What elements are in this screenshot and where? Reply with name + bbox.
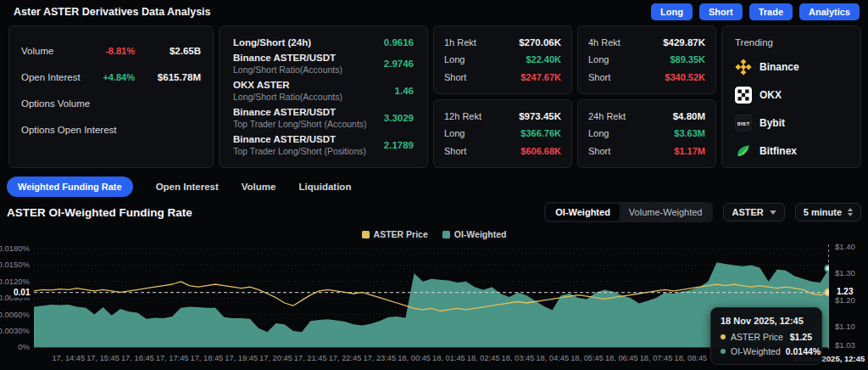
interval-select[interactable]: 5 minute <box>795 203 861 221</box>
x-axis-tick: 18, 01:45 <box>432 354 465 362</box>
stat-value: $615.78M <box>148 72 201 82</box>
ratio-label: Binance ASTER/USDT <box>233 107 367 117</box>
legend-label: OI-Weighted <box>454 229 507 239</box>
analytics-button[interactable]: Analytics <box>799 3 860 20</box>
tooltip-row-oi: OI-Weighted 0.0144% <box>721 346 812 356</box>
left-axis-tick: 0.0120% <box>0 278 30 286</box>
x-axis-tick: 17, 23:45 <box>363 354 396 362</box>
rekt-title: 1h Rekt <box>444 37 476 48</box>
trending-item-okx[interactable]: OKX <box>735 87 848 104</box>
rekt-short-label: Short <box>444 146 466 156</box>
trending-item-bitfinex[interactable]: Bitfinex <box>735 143 848 160</box>
stat-change: +4.84% <box>103 72 135 82</box>
trade-button[interactable]: Trade <box>749 3 793 20</box>
top-bar: Aster ASTER Derivatives Data Analysis Lo… <box>0 0 868 23</box>
rekt-total: $4.80M <box>673 111 705 121</box>
tab-volume[interactable]: Volume <box>242 182 276 192</box>
x-axis-tick: 18, 05:45 <box>570 354 604 362</box>
toggle-volume-weighted[interactable]: Volume-Weighted <box>620 204 712 221</box>
rekt-short-label: Short <box>588 72 610 82</box>
chart-legend: ASTER Price OI-Weighted <box>0 229 868 239</box>
tooltip-value: 0.0144% <box>786 346 821 356</box>
rekt-title: 4h Rekt <box>588 37 620 48</box>
rekt-title: 12h Rekt <box>444 111 481 121</box>
rekt-card-24h: 24h Rekt$4.80M Long$3.63M Short$1.17M <box>577 99 716 168</box>
ratio-row: Long/Short (24h) 0.9616 <box>233 37 414 48</box>
x-axis-tick: 18, 08:45 <box>674 354 707 362</box>
chart-title: ASTER OI-Weighted Funding Rate <box>7 206 192 219</box>
okx-icon <box>735 87 752 104</box>
long-short-ratio-card: Long/Short (24h) 0.9616 Binance ASTER/US… <box>219 25 428 168</box>
right-axis-tick: $1.40 <box>835 243 855 251</box>
ratio-row: Binance ASTER/USDT Top Trader Long/Short… <box>233 107 414 129</box>
trending-item-label: OKX <box>760 89 782 101</box>
trending-item-binance[interactable]: Binance <box>735 59 848 76</box>
ratio-row: Binance ASTER/USDT Top Trader Long/Short… <box>233 134 414 156</box>
tooltip-time: 18 Nov 2025, 12:45 <box>721 316 812 326</box>
right-axis-labels: $1.40$1.30$1.20$1.10$1.03 <box>833 244 868 351</box>
rekt-long-label: Long <box>588 128 609 138</box>
legend-label: ASTER Price <box>374 229 428 239</box>
trending-card: Trending Binance O <box>721 25 861 168</box>
ratio-row: Binance ASTER/USDT Long/Short Ratio(Acco… <box>233 53 414 75</box>
stat-row-volume: Volume -8.81% $2.65B <box>21 37 201 64</box>
x-axis-tick: 18, 06:45 <box>605 354 638 362</box>
chart-tooltip: 18 Nov 2025, 12:45 ASTER Price $1.25 OI-… <box>710 307 822 365</box>
rekt-total: $270.06K <box>519 37 561 48</box>
symbol-select[interactable]: ASTER <box>723 203 784 221</box>
right-axis-tick: $1.03 <box>835 341 855 350</box>
ratio-row: OKX ASTER Long/Short Ratio(Accounts) 1.4… <box>233 80 414 102</box>
tab-liquidation[interactable]: Liquidation <box>298 182 351 192</box>
ratio-sublabel: Long/Short Ratio(Accounts) <box>233 64 342 75</box>
x-axis-tick: 18, 00:45 <box>398 354 431 362</box>
x-axis-tick: 17, 22:45 <box>329 354 362 362</box>
symbol-select-value: ASTER <box>732 207 763 217</box>
current-price-chip: 1.23 <box>834 287 855 297</box>
tab-weighted-funding-rate[interactable]: Weighted Funding Rate <box>7 177 133 197</box>
rekt-short-label: Short <box>444 72 466 82</box>
long-button[interactable]: Long <box>651 3 693 20</box>
left-axis-tick: 0% <box>18 343 30 351</box>
ratio-value: 2.1789 <box>384 140 414 150</box>
ratio-value: 1.46 <box>395 86 414 96</box>
rekt-short-value: $247.67K <box>520 72 561 82</box>
x-axis-tick: 17, 17:45 <box>156 354 189 362</box>
chart-header: ASTER OI-Weighted Funding Rate OI-Weight… <box>7 201 861 223</box>
rekt-long-value: $22.40K <box>526 54 561 64</box>
bitfinex-icon <box>735 143 752 160</box>
page-title: Aster ASTER Derivatives Data Analysis <box>14 6 211 18</box>
short-button[interactable]: Short <box>699 3 743 20</box>
binance-icon <box>735 59 752 76</box>
legend-item-aster-price[interactable]: ASTER Price <box>362 229 428 239</box>
up-down-spinner-icon <box>848 208 853 216</box>
toggle-oi-weighted[interactable]: OI-Weighted <box>546 204 620 221</box>
stat-row-options-volume: Options Volume <box>21 90 201 116</box>
stat-row-options-open-interest: Options Open Interest <box>21 116 201 143</box>
rekt-card-4h: 4h Rekt$429.87K Long$89.35K Short$340.52… <box>577 25 716 94</box>
rekt-long-label: Long <box>588 54 609 64</box>
stat-label: Options Volume <box>21 98 201 109</box>
rekt-short-value: $606.68K <box>520 146 561 156</box>
right-axis-tick: $1.10 <box>835 322 855 331</box>
rekt-card-12h: 12h Rekt$973.45K Long$366.76K Short$606.… <box>433 99 572 168</box>
trending-title: Trending <box>735 37 848 48</box>
x-axis-tick: 17, 14:45 <box>52 354 85 362</box>
trending-item-bybit[interactable]: BYB!T Bybit <box>735 115 848 132</box>
ratio-label: Binance ASTER/USDT <box>233 53 342 63</box>
header-actions: Long Short Trade Analytics <box>651 3 860 20</box>
ratio-sublabel: Top Trader Long/Short (Accounts) <box>233 119 367 129</box>
bybit-icon: BYB!T <box>735 115 752 132</box>
oi-dot-icon <box>721 349 726 354</box>
legend-swatch <box>442 231 450 238</box>
x-axis-tick: 17, 19:45 <box>225 354 258 362</box>
tab-open-interest[interactable]: Open Interest <box>156 182 219 192</box>
right-axis-tick: $1.30 <box>835 269 855 278</box>
legend-item-oi-weighted[interactable]: OI-Weighted <box>442 229 507 239</box>
ratio-value: 3.3029 <box>384 113 414 123</box>
left-axis-tick: 0.0030% <box>0 327 30 335</box>
stat-label: Options Open Interest <box>21 125 201 135</box>
trending-item-label: Bybit <box>760 117 785 129</box>
trending-item-label: Binance <box>760 61 799 73</box>
ratio-label: Binance ASTER/USDT <box>233 134 366 144</box>
weight-toggle: OI-Weighted Volume-Weighted <box>544 202 713 222</box>
